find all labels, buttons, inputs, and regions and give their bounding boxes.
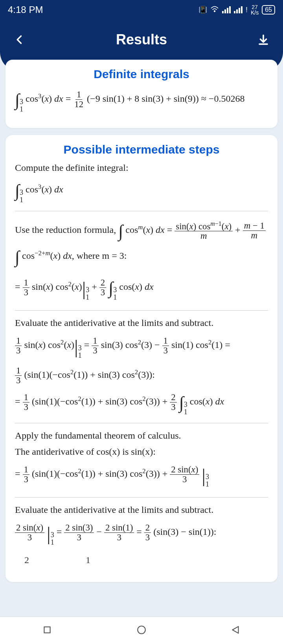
step-eval2-math: 2 sin(x)3 |31 = 2 sin(3)3 − 2 sin(1)3 = … — [15, 520, 268, 548]
card-title-steps: Possible intermediate steps — [15, 143, 268, 156]
divider — [15, 423, 268, 423]
svg-point-0 — [214, 11, 215, 12]
step-ftc-math: = 13 (sin(1)(−cos2(1)) + sin(3) cos2(3))… — [15, 462, 268, 490]
back-button[interactable] — [12, 32, 28, 48]
step-eval1: Evaluate the antiderivative at the limit… — [15, 318, 268, 328]
status-bar: 4:18 PM 📳 ! 27K/s 65 — [0, 0, 283, 20]
home-button[interactable] — [136, 625, 147, 637]
step-intro: Compute the definite integral: — [15, 163, 268, 173]
exclaim-icon: ! — [246, 6, 248, 14]
result-formula: ∫31 cos3(x) dx = 112 (−9 sin(1) + 8 sin(… — [15, 87, 268, 113]
vibrate-icon: 📳 — [198, 5, 207, 14]
download-button[interactable] — [255, 32, 271, 48]
system-nav-bar — [0, 617, 283, 644]
clock: 4:18 PM — [8, 4, 43, 15]
net-speed: 27K/s — [251, 4, 259, 15]
step-ftc2: The antiderivative of cos(x) is sin(x): — [15, 446, 268, 457]
svg-rect-3 — [44, 627, 50, 633]
step-reduction-result: = 13 sin(x) cos2(x)|31 + 23 ∫31 cos(x) d… — [15, 275, 268, 303]
step-reduction: Use the reduction formula, ∫ cosm(x) dx … — [15, 218, 268, 270]
definite-integrals-card: Definite integrals ∫31 cos3(x) dx = 112 … — [6, 60, 277, 128]
steps-card: Possible intermediate steps Compute the … — [6, 135, 277, 582]
signal-1-icon — [222, 6, 231, 13]
battery-badge: 65 — [262, 5, 275, 15]
step-eval1-math2: 13 (sin(1)(−cos2(1)) + sin(3) cos2(3)): — [15, 366, 268, 385]
svg-marker-5 — [232, 626, 238, 633]
content-scroll[interactable]: Definite integrals ∫31 cos3(x) dx = 112 … — [0, 60, 283, 582]
status-icons: 📳 ! 27K/s 65 — [198, 4, 275, 15]
recent-apps-button[interactable] — [42, 625, 52, 637]
step-ftc1: Apply the fundamental theorem of calculu… — [15, 430, 268, 441]
back-nav-button[interactable] — [231, 625, 241, 637]
divider — [15, 497, 268, 498]
page-title: Results — [116, 31, 167, 48]
divider — [15, 211, 268, 211]
divider — [15, 310, 268, 311]
step-cutoff: 2 1 — [15, 553, 268, 567]
step-eval1-math3: = 13 (sin(1)(−cos2(1)) + sin(3) cos2(3))… — [15, 390, 268, 416]
signal-2-icon — [234, 6, 243, 13]
card-title-definite: Definite integrals — [15, 68, 268, 81]
svg-point-4 — [138, 626, 145, 634]
wifi-icon — [210, 5, 219, 15]
step-eval1-math1: 13 sin(x) cos2(x)|31 = 13 sin(3) cos2(3)… — [15, 333, 268, 361]
step-intro-math: ∫31 cos3(x) dx — [15, 178, 268, 204]
step-eval2: Evaluate the antiderivative at the limit… — [15, 505, 268, 515]
